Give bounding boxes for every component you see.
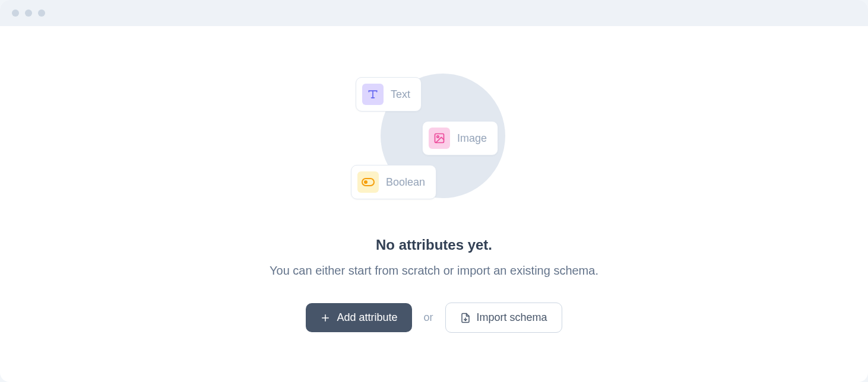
titlebar	[0, 0, 868, 26]
import-schema-label: Import schema	[477, 311, 547, 324]
chip-label: Image	[457, 132, 487, 145]
chip-label: Boolean	[386, 176, 425, 189]
window: Text Image Boolean	[0, 0, 868, 382]
window-control-dot	[25, 9, 32, 17]
empty-state-subtitle: You can either start from scratch or imp…	[270, 264, 598, 278]
image-type-icon	[429, 128, 450, 149]
window-control-dot	[38, 9, 45, 17]
add-attribute-button[interactable]: Add attribute	[306, 303, 411, 332]
illustration: Text Image Boolean	[351, 68, 517, 204]
empty-state: Text Image Boolean	[0, 26, 868, 333]
add-attribute-label: Add attribute	[337, 311, 397, 324]
plus-icon	[320, 313, 331, 323]
chip-label: Text	[391, 88, 410, 101]
svg-point-3	[364, 180, 368, 184]
empty-state-title: No attributes yet.	[376, 237, 492, 253]
or-separator: or	[424, 311, 433, 324]
text-type-icon	[362, 84, 384, 105]
chip-image: Image	[422, 121, 498, 155]
import-icon	[460, 313, 471, 323]
import-schema-button[interactable]: Import schema	[445, 303, 562, 333]
boolean-type-icon	[357, 171, 379, 193]
chip-boolean: Boolean	[351, 165, 436, 199]
window-control-dot	[12, 9, 19, 17]
chip-text: Text	[356, 77, 422, 112]
actions: Add attribute or Import schema	[306, 303, 562, 333]
svg-point-1	[437, 136, 439, 138]
